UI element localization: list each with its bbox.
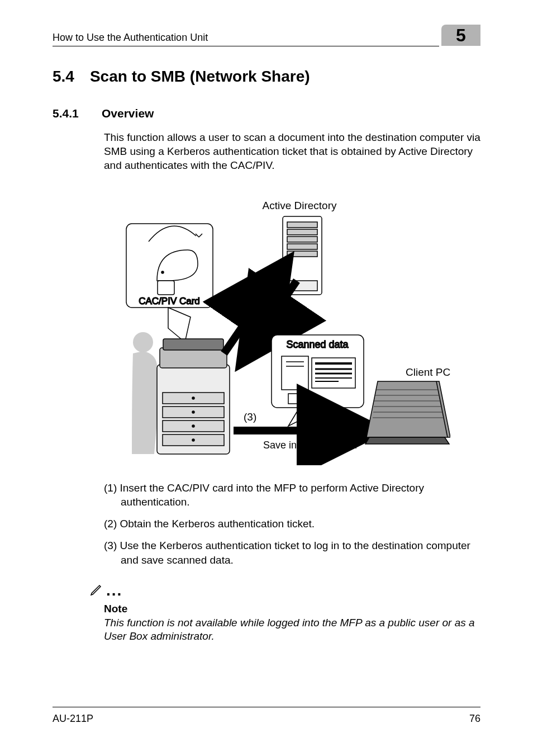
note-text: This function is not available while log… — [104, 616, 480, 644]
svg-rect-5 — [287, 251, 317, 257]
process-diagram: Active Directory — [104, 197, 450, 465]
svg-point-10 — [161, 271, 164, 273]
step-3: (3) Use the Kerberos authentication tick… — [104, 538, 480, 566]
note-block: ... Note This function is not available … — [104, 582, 480, 644]
label-arrow-1: (1) — [230, 288, 243, 300]
label-save-in-shared-folder: Save in shared folder — [263, 440, 358, 451]
svg-rect-3 — [287, 237, 317, 242]
svg-rect-1 — [287, 222, 317, 228]
section-heading: 5.4 Scan to SMB (Network Share) — [53, 68, 480, 86]
subsection-heading: 5.4.1 Overview — [53, 107, 480, 120]
svg-point-19 — [192, 397, 194, 399]
scanned-data-icon: Scanned data — [272, 335, 364, 426]
svg-rect-14 — [163, 339, 223, 350]
svg-rect-35 — [288, 394, 302, 404]
step-2: (2) Obtain the Kerberos authentication t… — [104, 517, 480, 531]
card-reader-icon: CAC/PIV Card — [126, 224, 213, 342]
intro-paragraph: This function allows a user to scan a do… — [104, 130, 480, 172]
steps-list: (1) Insert the CAC/PIV card into the MFP… — [104, 481, 480, 566]
footer-model: AU-211P — [53, 713, 93, 725]
svg-rect-2 — [287, 229, 317, 235]
label-arrow-2: (2) — [259, 313, 272, 324]
subsection-title: Overview — [102, 107, 154, 120]
svg-point-20 — [192, 411, 194, 413]
svg-point-21 — [192, 425, 194, 427]
svg-point-11 — [133, 332, 153, 352]
mfp-icon — [157, 339, 230, 454]
page-header-row: How to Use the Authentication Unit 5 — [53, 25, 480, 46]
server-icon — [283, 216, 322, 295]
content-area: 5.4 Scan to SMB (Network Share) 5.4.1 Ov… — [53, 46, 480, 644]
chapter-tab: 5 — [441, 25, 480, 46]
label-arrow-3: (3) — [244, 411, 256, 423]
section-number: 5.4 — [53, 68, 74, 86]
pencil-icon — [89, 583, 103, 599]
note-title: Note — [104, 603, 480, 615]
svg-rect-9 — [158, 281, 174, 295]
label-active-directory: Active Directory — [262, 200, 337, 211]
page-footer: AU-211P 76 — [53, 707, 480, 725]
svg-rect-13 — [160, 348, 227, 368]
person-icon — [132, 332, 158, 454]
running-head: How to Use the Authentication Unit — [53, 32, 208, 46]
subsection-number: 5.4.1 — [53, 107, 83, 120]
svg-point-22 — [192, 439, 194, 441]
laptop-icon — [365, 381, 450, 444]
footer-page-number: 76 — [469, 713, 480, 725]
process-diagram-svg: Active Directory — [104, 197, 450, 465]
label-scanned-data: Scanned data — [286, 339, 349, 350]
step-1: (1) Insert the CAC/PIV card into the MFP… — [104, 481, 480, 509]
label-client-pc: Client PC — [406, 366, 450, 378]
svg-rect-4 — [287, 244, 317, 249]
svg-rect-26 — [282, 356, 308, 390]
intro-paragraph-block: This function allows a user to scan a do… — [104, 130, 480, 172]
label-cac-piv-card: CAC/PIV Card — [139, 296, 200, 306]
section-title: Scan to SMB (Network Share) — [90, 68, 310, 86]
note-dots: ... — [106, 582, 122, 599]
document-page: How to Use the Authentication Unit 5 5.4… — [0, 0, 533, 756]
